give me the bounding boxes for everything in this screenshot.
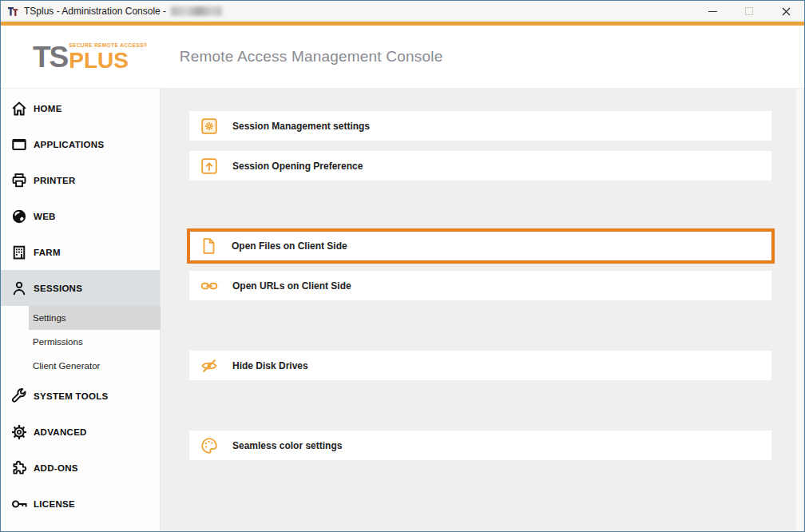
sessions-icon (10, 280, 28, 297)
minimize-icon (708, 11, 717, 12)
sidebar-item-sessions[interactable]: SESSIONS (1, 270, 160, 306)
system-tools-icon (10, 387, 28, 405)
open-urls-icon (200, 276, 219, 296)
tile-label: Open Files on Client Side (232, 240, 347, 252)
logo-ts-text: TS (33, 42, 67, 72)
sidebar-item-printer[interactable]: PRINTER (1, 162, 160, 198)
sidebar-item-add-ons[interactable]: ADD-ONS (1, 450, 160, 486)
sidebar-item-home[interactable]: HOME (1, 90, 160, 126)
close-button[interactable] (767, 1, 804, 22)
tile-hide-disk-drives[interactable]: Hide Disk Drives (189, 351, 771, 380)
sidebar: HOME APPLICATIONS PRINTER (1, 89, 161, 531)
session-opening-icon (200, 157, 219, 176)
submenu-item-label: Client Generator (33, 361, 100, 371)
app-window: TSplus - Administration Console - TS SEC… (0, 0, 805, 532)
sidebar-item-system-tools[interactable]: SYSTEM TOOLS (1, 378, 160, 414)
tile-open-urls-on-client-side[interactable]: Open URLs on Client Side (189, 271, 771, 300)
maximize-button[interactable] (731, 1, 767, 22)
tile-label: Open URLs on Client Side (232, 280, 351, 292)
tile-label: Session Management settings (232, 121, 370, 132)
header: TS SECURE REMOTE ACCESS® PLUS Remote Acc… (1, 26, 804, 89)
tile-seamless-color-settings[interactable]: Seamless color settings (189, 431, 771, 460)
tile-label: Session Opening Preference (232, 161, 363, 172)
tile-session-management-settings[interactable]: Session Management settings (189, 111, 771, 141)
sidebar-item-advanced[interactable]: ADVANCED (1, 414, 160, 450)
window-controls (694, 1, 804, 22)
sidebar-item-label: LICENSE (34, 499, 75, 509)
sidebar-item-license[interactable]: LICENSE (1, 486, 160, 522)
submenu-item-label: Settings (33, 313, 66, 323)
app-logo-icon (6, 5, 19, 18)
submenu-item-label: Permissions (33, 337, 83, 347)
home-icon (10, 100, 28, 117)
open-files-icon (199, 236, 218, 256)
minimize-button[interactable] (694, 1, 731, 22)
content-panel: Session Management settings Session Open… (161, 89, 804, 531)
hide-disk-drives-icon (200, 356, 219, 375)
farm-icon (10, 244, 28, 261)
sidebar-item-web[interactable]: WEB (1, 198, 160, 234)
sessions-submenu-client-generator[interactable]: Client Generator (1, 354, 160, 378)
license-icon (10, 495, 28, 513)
advanced-icon (10, 423, 28, 441)
titlebar: TSplus - Administration Console - (1, 1, 804, 22)
tile-open-files-on-client-side[interactable]: Open Files on Client Side (187, 228, 775, 264)
tile-session-opening-preference[interactable]: Session Opening Preference (189, 151, 771, 181)
sidebar-item-label: APPLICATIONS (34, 140, 104, 149)
applications-icon (10, 136, 28, 153)
sidebar-item-label: SYSTEM TOOLS (34, 391, 108, 401)
printer-icon (10, 172, 28, 189)
add-ons-icon (10, 459, 28, 477)
sessions-submenu-settings[interactable]: Settings (29, 306, 161, 330)
window-title-redacted (171, 6, 222, 16)
sidebar-item-label: HOME (34, 104, 62, 113)
session-management-icon (200, 117, 219, 136)
sessions-submenu-permissions[interactable]: Permissions (1, 330, 160, 354)
scrollbar-track[interactable] (796, 89, 803, 531)
logo-plus-text: PLUS (69, 50, 148, 72)
main-area: HOME APPLICATIONS PRINTER (1, 89, 804, 531)
sidebar-item-applications[interactable]: APPLICATIONS (1, 126, 160, 162)
maximize-icon (745, 7, 753, 15)
sidebar-item-farm[interactable]: FARM (1, 234, 160, 270)
sidebar-item-label: ADVANCED (34, 427, 87, 437)
web-icon (10, 208, 28, 225)
page-title: Remote Access Management Console (180, 48, 443, 66)
sidebar-item-label: PRINTER (34, 176, 76, 185)
sidebar-item-label: WEB (34, 212, 56, 221)
tile-label: Seamless color settings (232, 440, 342, 451)
tsplus-logo: TS SECURE REMOTE ACCESS® PLUS (33, 42, 148, 72)
tile-label: Hide Disk Drives (232, 360, 308, 371)
seamless-color-icon (200, 436, 219, 455)
sidebar-item-label: ADD-ONS (34, 463, 78, 473)
window-title: TSplus - Administration Console - (24, 6, 166, 17)
sidebar-item-label: FARM (34, 248, 61, 257)
close-icon (782, 7, 791, 16)
sidebar-item-label: SESSIONS (34, 284, 82, 293)
